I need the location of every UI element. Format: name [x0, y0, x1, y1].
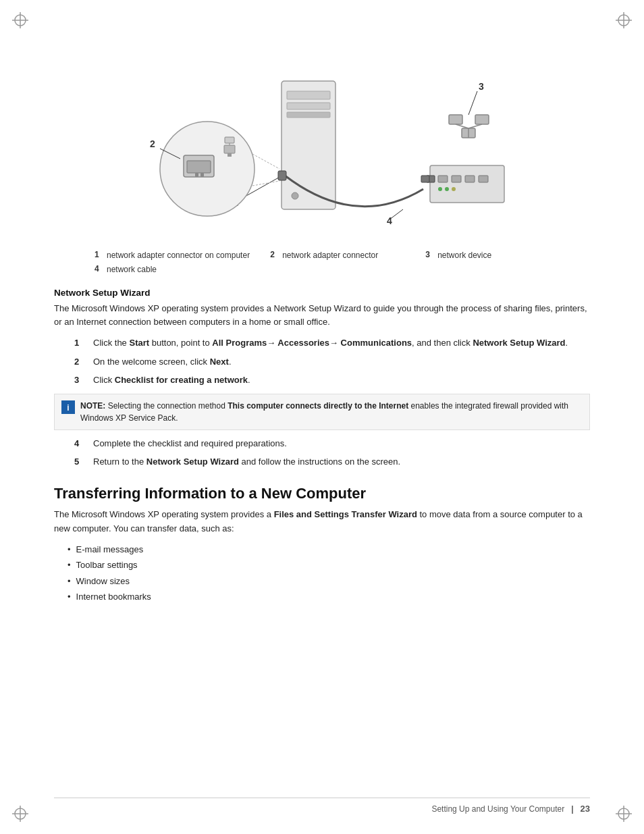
label-num-4: 4: [95, 264, 103, 273]
footer-text: Setting Up and Using Your Computer: [431, 804, 564, 814]
bullet-dot-4: •: [68, 590, 71, 604]
labels-row-1: 1 network adapter connector on computer …: [95, 250, 590, 261]
label-item-4: 4 network cable: [95, 264, 230, 276]
svg-rect-13: [287, 91, 330, 99]
network-setup-steps: 1 Click the Start button, point to All P…: [74, 336, 590, 387]
svg-point-39: [438, 187, 442, 191]
network-setup-steps-after: 4 Complete the checklist and required pr…: [74, 437, 590, 469]
svg-text:4: 4: [387, 215, 392, 226]
corner-mark-bl: [12, 806, 28, 822]
transferring-heading: Transferring Information to a New Comput…: [54, 485, 590, 502]
bullet-item-4: • Internet bookmarks: [68, 590, 590, 604]
svg-rect-37: [465, 176, 475, 182]
bullet-item-1: • E-mail messages: [68, 543, 590, 556]
corner-mark-tr: [616, 12, 632, 28]
network-step-4: 4 Complete the checklist and required pr…: [74, 437, 590, 450]
svg-line-32: [252, 154, 279, 169]
svg-rect-29: [225, 137, 234, 143]
svg-rect-53: [421, 176, 429, 182]
svg-rect-38: [479, 176, 488, 182]
svg-rect-42: [449, 115, 462, 124]
note-content: Selecting the connection method This com…: [80, 401, 568, 423]
svg-text:3: 3: [479, 81, 484, 92]
svg-rect-14: [287, 103, 330, 109]
svg-rect-27: [227, 153, 232, 157]
label-text-3: network device: [437, 250, 491, 261]
step-text-4: Complete the checklist and required prep…: [93, 437, 590, 450]
step-text-2: On the welcome screen, click Next.: [93, 355, 590, 369]
network-setup-intro: The Microsoft Windows XP operating syste…: [54, 302, 590, 330]
svg-line-49: [468, 91, 477, 115]
diagram-image: 1: [119, 41, 525, 243]
step-num-2: 2: [74, 355, 90, 369]
bullet-text-1: E-mail messages: [76, 543, 144, 556]
svg-line-46: [468, 124, 482, 128]
label-text-1: network adapter connector on computer: [107, 250, 250, 261]
transferring-intro: The Microsoft Windows XP operating syste…: [54, 508, 590, 536]
svg-rect-23: [187, 161, 211, 173]
label-item-3: 3 network device: [425, 250, 560, 261]
svg-line-45: [456, 124, 468, 128]
label-item-1: 1 network adapter connector on computer: [95, 250, 250, 261]
label-text-4: network cable: [107, 264, 157, 276]
label-item-2: 2 network adapter connector: [270, 250, 405, 261]
footer-page: 23: [581, 804, 590, 814]
svg-text:i: i: [67, 403, 69, 413]
step-text-5: Return to the Network Setup Wizard and f…: [93, 455, 590, 469]
svg-rect-20: [278, 171, 286, 180]
transferring-bullet-list: • E-mail messages • Toolbar settings • W…: [68, 543, 590, 604]
svg-rect-43: [475, 115, 489, 124]
bullet-text-3: Window sizes: [76, 575, 130, 588]
svg-rect-34: [430, 165, 504, 203]
label-num-3: 3: [425, 250, 433, 259]
diagram-container: 1: [54, 41, 590, 243]
note-label: NOTE:: [80, 401, 105, 411]
bullet-dot-2: •: [68, 558, 71, 572]
page: 1: [0, 0, 644, 834]
network-step-2: 2 On the welcome screen, click Next.: [74, 355, 590, 369]
network-setup-section: Network Setup Wizard The Microsoft Windo…: [54, 288, 590, 469]
corner-mark-tl: [12, 12, 28, 28]
transferring-section: Transferring Information to a New Comput…: [54, 485, 590, 604]
svg-rect-15: [287, 112, 330, 118]
network-setup-heading: Network Setup Wizard: [54, 288, 590, 298]
network-step-5: 5 Return to the Network Setup Wizard and…: [74, 455, 590, 469]
step-text-3: Click Checklist for creating a network.: [93, 373, 590, 387]
svg-rect-36: [452, 176, 461, 182]
step-text-1: Click the Start button, point to All Pro…: [93, 336, 590, 350]
network-step-1: 1 Click the Start button, point to All P…: [74, 336, 590, 350]
svg-point-16: [292, 192, 298, 199]
svg-text:2: 2: [150, 138, 155, 149]
note-icon: i: [61, 400, 75, 414]
footer-separator: |: [571, 804, 573, 814]
corner-mark-br: [616, 806, 632, 822]
step-num-5: 5: [74, 455, 90, 469]
diagram-labels: 1 network adapter connector on computer …: [95, 250, 590, 276]
step-num-4: 4: [74, 437, 90, 450]
step-num-1: 1: [74, 336, 90, 350]
labels-row-2: 4 network cable: [95, 264, 590, 276]
bullet-text-4: Internet bookmarks: [76, 590, 151, 604]
svg-rect-24: [195, 173, 198, 177]
svg-rect-35: [438, 176, 448, 182]
bullet-dot-1: •: [68, 543, 71, 556]
note-text: NOTE: Selecting the connection method Th…: [80, 400, 583, 424]
network-step-3: 3 Click Checklist for creating a network…: [74, 373, 590, 387]
bullet-item-3: • Window sizes: [68, 575, 590, 588]
footer: Setting Up and Using Your Computer | 23: [54, 798, 590, 814]
label-num-2: 2: [270, 250, 278, 259]
bullet-text-2: Toolbar settings: [76, 558, 138, 572]
bullet-item-2: • Toolbar settings: [68, 558, 590, 572]
step-num-3: 3: [74, 373, 90, 387]
svg-rect-26: [224, 145, 235, 153]
label-num-1: 1: [95, 250, 103, 259]
note-box: i NOTE: Selecting the connection method …: [54, 394, 590, 430]
label-text-2: network adapter connector: [282, 250, 378, 261]
svg-point-41: [452, 187, 456, 191]
svg-point-40: [445, 187, 449, 191]
bullet-dot-3: •: [68, 575, 71, 588]
svg-rect-25: [200, 173, 204, 177]
